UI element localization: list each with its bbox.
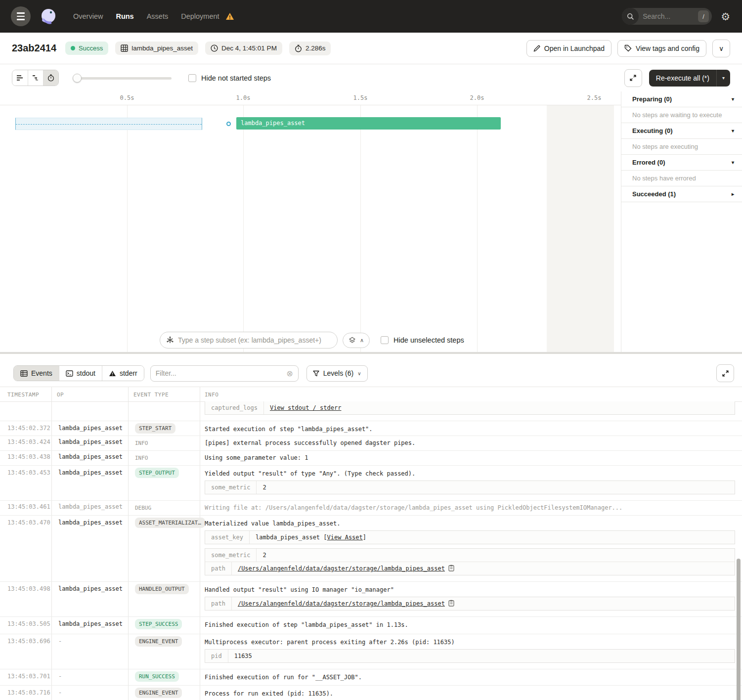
step-status-sidebar: Preparing (0) ▾ No steps are waiting to …	[621, 91, 742, 352]
tab-stdout[interactable]: stdout	[59, 366, 102, 381]
graph-query-toggle[interactable]: ∧	[343, 333, 370, 348]
run-datetime-chip[interactable]: Dec 4, 1:45:01 PM	[205, 42, 282, 55]
event-type-badge: INFO	[135, 438, 152, 448]
time-tick: 0.5s	[116, 94, 138, 101]
path-link[interactable]: /Users/alangenfeld/data/dagster/storage/…	[238, 600, 445, 607]
search-shortcut-key: /	[698, 10, 709, 22]
event-type-badge: STEP_OUTPUT	[135, 468, 179, 478]
search-input[interactable]	[639, 12, 698, 20]
event-type-badge: DEBUG	[135, 503, 155, 513]
log-filter-input[interactable]	[156, 369, 287, 377]
hide-unselected-label: Hide unselected steps	[393, 336, 464, 344]
log-fullscreen-button[interactable]	[716, 364, 734, 382]
copy-icon[interactable]	[448, 600, 454, 607]
hide-unselected-control[interactable]: Hide unselected steps	[381, 336, 464, 344]
job-grid-icon	[121, 44, 128, 52]
event-log-panel: Events stdout stderr ⊗ Levels (6) ∨	[0, 354, 742, 700]
section-executing[interactable]: Executing (0) ▾	[621, 123, 742, 139]
table-row[interactable]: captured_logs View stdout / stderr	[0, 402, 742, 421]
run-duration-chip[interactable]: 2.286s	[289, 42, 331, 55]
zoom-slider[interactable]	[73, 74, 172, 83]
zoom-slider-knob[interactable]	[73, 74, 82, 83]
tab-stderr[interactable]: stderr	[102, 366, 144, 381]
reexecute-caret-button[interactable]: ▾	[716, 70, 730, 87]
chevron-down-icon: ∨	[357, 371, 361, 376]
nav-deployment[interactable]: Deployment	[181, 12, 219, 20]
gantt-view-mode-group	[12, 70, 59, 86]
search-icon	[622, 8, 639, 25]
tab-events[interactable]: Events	[14, 366, 59, 381]
metadata-table: pid 11635	[205, 649, 735, 663]
table-row[interactable]: 13:45:03.701 - RUN_SUCCESS Finished exec…	[0, 669, 742, 686]
open-in-launchpad-button[interactable]: Open in Launchpad	[526, 40, 611, 57]
table-row[interactable]: 13:45:03.498 lambda_pipes_asset HANDLED_…	[0, 582, 742, 617]
gantt-fullscreen-button[interactable]	[624, 69, 642, 87]
step-subset-input[interactable]	[178, 336, 331, 344]
caret-down-icon: ▾	[732, 160, 734, 165]
run-datetime: Dec 4, 1:45:01 PM	[221, 44, 277, 52]
reexecute-all-button[interactable]: Re-execute all (*)	[649, 70, 716, 87]
path-link[interactable]: /Users/alangenfeld/data/dagster/storage/…	[238, 565, 445, 572]
waterfall-view-button[interactable]	[28, 70, 43, 86]
nav-runs[interactable]: Runs	[116, 12, 133, 20]
gantt-step-bar[interactable]: lambda_pipes_asset	[236, 117, 501, 130]
gridline	[243, 105, 244, 352]
view-stdout-stderr-link[interactable]: View stdout / stderr	[270, 404, 342, 411]
run-actions-chevron-button[interactable]: ∨	[712, 40, 730, 57]
global-search[interactable]: /	[622, 8, 712, 25]
step-start-marker	[226, 122, 231, 126]
levels-dropdown[interactable]: Levels (6) ∨	[306, 365, 368, 382]
table-row[interactable]: 13:45:03.461 lambda_pipes_asset DEBUG Wr…	[0, 501, 742, 516]
warning-triangle-icon	[109, 370, 116, 377]
dagster-logo[interactable]	[38, 5, 59, 27]
log-scrollbar-thumb[interactable]	[737, 559, 741, 700]
col-info: INFO	[205, 392, 219, 398]
gridline	[360, 105, 361, 352]
col-op: OP	[57, 392, 64, 398]
nav-assets[interactable]: Assets	[147, 12, 169, 20]
log-tabs: Events stdout stderr	[13, 365, 144, 381]
layers-icon	[349, 337, 356, 344]
settings-gear-icon[interactable]: ⚙	[721, 11, 730, 22]
status-dot-icon	[71, 46, 75, 50]
table-row[interactable]: 13:45:03.696 - ENGINE_EVENT Multiprocess…	[0, 634, 742, 669]
clear-filter-icon[interactable]: ⊗	[286, 369, 293, 378]
table-row[interactable]: 13:45:02.372 lambda_pipes_asset STEP_STA…	[0, 421, 742, 436]
stopwatch-icon	[295, 44, 302, 52]
flat-view-button[interactable]	[12, 70, 28, 86]
table-row[interactable]: 13:45:03.424 lambda_pipes_asset INFO [pi…	[0, 436, 742, 451]
log-toolbar: Events stdout stderr ⊗ Levels (6) ∨	[13, 365, 734, 382]
clock-icon	[211, 44, 218, 52]
gantt-chart: 0.5s 1.0s 1.5s 2.0s 2.5s lambda_pipes_as…	[0, 91, 621, 352]
view-asset-link[interactable]: View Asset	[327, 534, 363, 541]
metadata-table: asset_key lambda_pipes_assetView Asset	[205, 530, 735, 544]
run-id: 23ab2414	[12, 43, 56, 54]
table-row[interactable]: 13:45:03.470 lambda_pipes_asset ASSET_MA…	[0, 516, 742, 582]
section-succeeded[interactable]: Succeeded (1) ▸	[621, 186, 742, 202]
table-row[interactable]: 13:45:03.438 lambda_pipes_asset INFO Usi…	[0, 451, 742, 466]
metadata-table: captured_logs View stdout / stderr	[205, 401, 735, 415]
nav-overview[interactable]: Overview	[73, 12, 103, 20]
event-type-badge: ENGINE_EVENT	[135, 688, 182, 698]
section-preparing[interactable]: Preparing (0) ▾	[621, 91, 742, 107]
gridline	[127, 105, 128, 352]
hide-not-started-checkbox[interactable]	[188, 74, 196, 82]
table-row[interactable]: 13:45:03.716 - ENGINE_EVENT Process for …	[0, 686, 742, 700]
event-type-badge: RUN_SUCCESS	[135, 671, 179, 682]
step-waiting-region	[15, 118, 202, 130]
hamburger-menu-button[interactable]	[11, 6, 31, 26]
section-errored[interactable]: Errored (0) ▾	[621, 155, 742, 171]
deployment-warning-icon[interactable]	[225, 12, 234, 20]
zoom-slider-track[interactable]	[73, 77, 172, 80]
hide-unselected-checkbox[interactable]	[381, 336, 389, 344]
view-tags-config-button[interactable]: View tags and config	[617, 40, 706, 57]
hide-not-started-control[interactable]: Hide not started steps	[188, 74, 271, 82]
job-name-chip[interactable]: lambda_pipes_asset	[115, 42, 198, 55]
metadata-table: some_metric 2	[205, 481, 735, 494]
table-row[interactable]: 13:45:03.505 lambda_pipes_asset STEP_SUC…	[0, 617, 742, 634]
table-row[interactable]: 13:45:03.453 lambda_pipes_asset STEP_OUT…	[0, 466, 742, 501]
timed-view-button[interactable]	[43, 70, 58, 86]
run-status-badge[interactable]: Success	[65, 42, 108, 55]
copy-icon[interactable]	[448, 565, 454, 571]
step-subset-box	[160, 332, 338, 349]
